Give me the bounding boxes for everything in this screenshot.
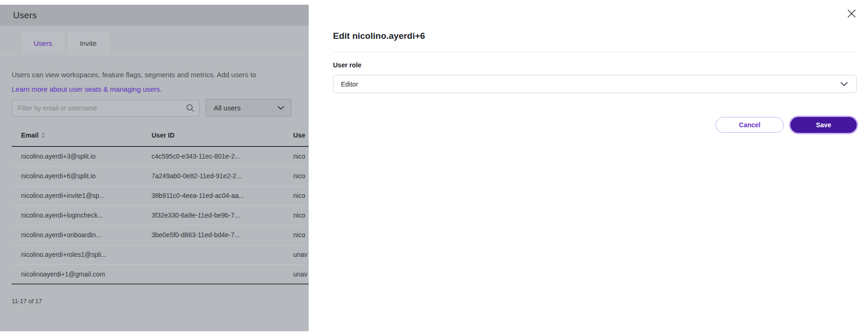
filter-row: All users (12, 99, 309, 117)
divider (333, 51, 857, 52)
close-icon (846, 8, 857, 19)
table-row[interactable]: nicolino.ayerdi+invite1@sp...38b911c0-4e… (12, 186, 309, 205)
description-block: Users can view workspaces, feature flags… (12, 67, 309, 96)
chevron-down-icon (840, 82, 848, 87)
userid-cell (142, 264, 284, 284)
close-button[interactable] (846, 7, 858, 20)
column-header-userid[interactable]: User ID (142, 124, 284, 146)
users-filter-dropdown[interactable]: All users (206, 99, 291, 117)
page-title: Users (13, 10, 37, 21)
cancel-button[interactable]: Cancel (716, 117, 784, 133)
userid-cell (142, 245, 284, 264)
tab-bar: Users Invite (0, 32, 309, 55)
table-body: nicolino.ayerdi+3@split.ioc4c595c0-e343-… (12, 146, 309, 284)
learn-more-link[interactable]: Learn more about user seats & managing u… (12, 85, 162, 93)
chevron-down-icon (277, 106, 284, 110)
modal-actions: Cancel Save (716, 117, 857, 133)
username-cell: nico (284, 186, 309, 205)
email-cell: nicolino.ayerdi+3@split.io (12, 146, 142, 166)
description-text: Users can view workspaces, feature flags… (12, 71, 256, 79)
username-cell: unav (284, 264, 309, 284)
email-cell: nicolino.ayerdi+roles1@spli... (12, 245, 142, 264)
username-cell: nico (284, 205, 309, 225)
userid-cell: c4c595c0-e343-11ec-801e-2... (142, 146, 284, 166)
user-role-value: Editor (341, 80, 358, 88)
sort-icon (41, 132, 45, 138)
tab-users[interactable]: Users (22, 32, 64, 55)
userid-cell: 3be0e5f0-d863-11ed-bd4e-7... (142, 225, 284, 245)
username-cell: unav (284, 245, 309, 264)
table-header-row: Email User ID Use (12, 124, 309, 146)
table-row[interactable]: nicolinoayerdi+1@gmail.comunav (12, 264, 309, 284)
filter-input-wrap (12, 100, 200, 117)
users-page-panel: Users Users Invite Users can view worksp… (0, 5, 309, 331)
tab-invite[interactable]: Invite (68, 32, 108, 55)
table-row[interactable]: nicolino.ayerdi+3@split.ioc4c595c0-e343-… (12, 146, 309, 166)
column-header-email[interactable]: Email (12, 124, 142, 146)
users-filter-value: All users (214, 104, 241, 112)
user-role-select[interactable]: Editor (333, 75, 857, 93)
modal-title: Edit nicolino.ayerdi+6 (333, 31, 425, 41)
panel-header: Users (0, 5, 309, 26)
email-cell: nicolino.ayerdi+onboardin... (12, 225, 142, 245)
email-cell: nicolinoayerdi+1@gmail.com (12, 264, 142, 284)
user-role-label: User role (333, 61, 362, 69)
username-cell: nico (284, 166, 309, 186)
table-row[interactable]: nicolino.ayerdi+onboardin...3be0e5f0-d86… (12, 225, 309, 245)
email-cell: nicolino.ayerdi+logincheck... (12, 205, 142, 225)
table-row[interactable]: nicolino.ayerdi+roles1@spli...unav (12, 245, 309, 264)
save-button[interactable]: Save (790, 117, 857, 133)
table-row[interactable]: nicolino.ayerdi+6@split.io7a249ab0-0e82-… (12, 166, 309, 186)
email-cell: nicolino.ayerdi+invite1@sp... (12, 186, 142, 205)
search-icon (186, 103, 195, 113)
column-header-username[interactable]: Use (284, 124, 309, 146)
userid-cell: 3f32e330-6a9e-11ed-be9b-7... (142, 205, 284, 225)
screen: Users Users Invite Users can view worksp… (0, 0, 868, 335)
userid-cell: 38b911c0-4eea-11ed-ac04-aa... (142, 186, 284, 205)
pagination-status: 11-17 of 17 (12, 298, 309, 305)
edit-user-modal: Edit nicolino.ayerdi+6 User role Editor … (309, 0, 868, 335)
filter-input[interactable] (12, 100, 200, 117)
table-row[interactable]: nicolino.ayerdi+logincheck...3f32e330-6a… (12, 205, 309, 225)
users-table: Email User ID Use nicolino.ayerdi+3@spli… (12, 124, 309, 284)
username-cell: nico (284, 146, 309, 166)
email-cell: nicolino.ayerdi+6@split.io (12, 166, 142, 186)
username-cell: nico (284, 225, 309, 245)
userid-cell: 7a249ab0-0e82-11ed-91e2-2... (142, 166, 284, 186)
